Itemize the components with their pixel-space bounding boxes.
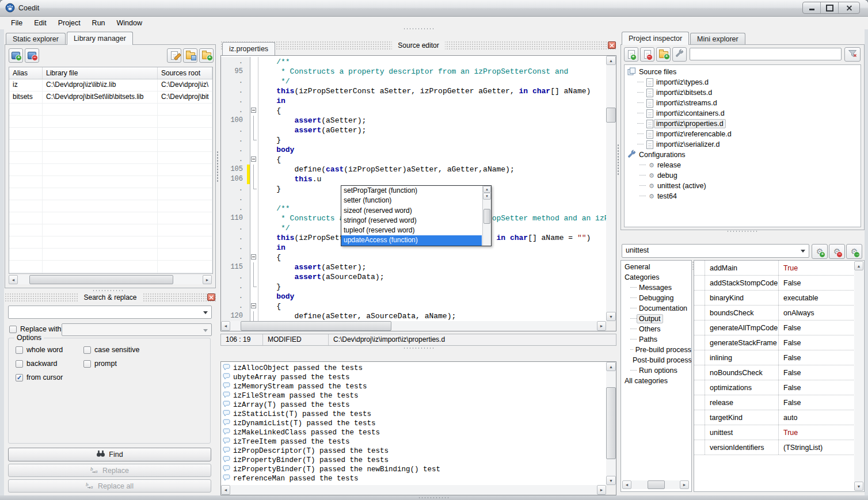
code-line[interactable]: . { — [221, 106, 606, 116]
scroll-up-icon[interactable]: ▲ — [606, 362, 616, 371]
message-row[interactable]: izArray(T) passed the tests — [221, 400, 606, 410]
message-row[interactable]: izTreeItem passed the tests — [221, 437, 606, 446]
scroll-right-icon[interactable]: ► — [203, 275, 212, 284]
message-row[interactable]: izDynamicList(T) passed the tests — [221, 419, 606, 428]
replace-with-checkbox[interactable] — [9, 326, 17, 333]
remove-library-button[interactable]: − — [25, 48, 39, 63]
code-line[interactable]: . body — [221, 145, 606, 155]
property-row[interactable]: releaseFalse — [694, 395, 855, 410]
scroll-up-icon[interactable]: ▲ — [483, 186, 491, 193]
category-post-build-process[interactable]: Post-build process — [621, 355, 691, 365]
clone-config-button[interactable]: ⚙→ — [846, 244, 862, 259]
column-header-sources-root[interactable]: Sources root — [158, 67, 212, 79]
fold-collapse-icon[interactable] — [251, 157, 256, 162]
scroll-left-icon[interactable]: ◄ — [221, 321, 230, 331]
property-row[interactable]: addMainTrue — [694, 261, 855, 276]
configuration-selector[interactable]: unittest — [622, 244, 809, 258]
right-vertical-splitter[interactable] — [617, 144, 619, 176]
table-row[interactable]: bitsetsC:\Dev\dproj\bitSet\lib\bitsets.l… — [9, 91, 212, 104]
library-table[interactable]: AliasLibrary fileSources root izC:\Dev\d… — [9, 67, 213, 274]
code-line[interactable]: . { — [221, 253, 606, 262]
replace-dropdown-icon[interactable] — [203, 329, 208, 334]
editor-vscrollbar[interactable]: ▲ ▼ — [606, 56, 616, 321]
scroll-down-icon[interactable]: ▼ — [483, 193, 491, 200]
code-line[interactable]: . in — [221, 96, 606, 106]
tree-item-config[interactable]: ⚙debug — [625, 170, 861, 181]
category-run-options[interactable]: Run options — [621, 365, 691, 376]
tree-item-file[interactable]: import\iz\serializer.d — [625, 139, 861, 150]
remove-config-button[interactable]: ⚙− — [829, 244, 845, 259]
property-row[interactable]: optimizationsFalse — [694, 380, 855, 395]
code-line[interactable]: . */ — [221, 77, 606, 86]
categories-hscrollbar[interactable]: ◄ ► — [622, 480, 689, 489]
scroll-left-icon[interactable]: ◄ — [9, 275, 18, 284]
tab-project-inspector[interactable]: Project inspector — [622, 32, 689, 45]
property-row[interactable]: generateAllTmpCodeFalse — [694, 320, 855, 335]
config-categories-tree[interactable]: GeneralCategoriesMessagesDebuggingDocume… — [620, 260, 692, 492]
completion-item-selected[interactable]: updateAccess (function) — [341, 235, 482, 245]
code-line[interactable]: . } — [221, 135, 606, 145]
property-row[interactable]: generateStackFrameFalse — [694, 335, 855, 350]
category-debugging[interactable]: Debugging — [621, 293, 691, 303]
find-button[interactable]: Find — [8, 448, 211, 461]
checkbox-prompt[interactable] — [83, 360, 91, 368]
completion-item[interactable]: stringof (reserved word) — [341, 216, 482, 226]
select-sources-root-button[interactable]: + — [199, 48, 214, 63]
code-line[interactable]: . assert(aSourceData); — [221, 272, 606, 282]
code-line[interactable]: . this(izPropSetterConst aSetter, izProp… — [221, 86, 606, 96]
library-hscrollbar[interactable]: ◄ ► — [9, 275, 212, 284]
add-configuration-button[interactable] — [672, 47, 687, 62]
category-output[interactable]: Output — [621, 314, 691, 324]
remove-source-button[interactable]: − — [640, 47, 654, 62]
code-line[interactable]: 115 assert(aSetter); — [221, 262, 606, 272]
category-all-categories[interactable]: All categories — [621, 376, 691, 386]
fold-collapse-icon[interactable] — [251, 303, 256, 308]
message-row[interactable]: izAllocObject passed the tests — [221, 364, 606, 373]
tree-root-source-files[interactable]: Source files — [625, 67, 861, 77]
bottom-splitter-handle[interactable] — [418, 497, 450, 499]
checkbox-backward[interactable] — [16, 360, 23, 368]
scroll-right-icon[interactable]: ► — [597, 485, 606, 495]
tree-item-file[interactable]: import\iz\containers.d — [625, 108, 861, 119]
replace-input[interactable] — [62, 323, 212, 336]
close-search-panel-icon[interactable] — [207, 293, 215, 301]
tree-item-config[interactable]: ⚙test64 — [625, 191, 861, 201]
column-header-alias[interactable]: Alias — [9, 67, 43, 79]
tab-mini-explorer[interactable]: Mini explorer — [690, 33, 745, 45]
property-row[interactable]: versionIdentifiers(TStringList) — [694, 440, 855, 455]
scroll-left-icon[interactable]: ◄ — [622, 480, 631, 489]
tree-item-config[interactable]: ⚙unittest (active) — [625, 181, 861, 191]
code-line[interactable]: . /** — [221, 57, 606, 67]
fold-collapse-icon[interactable] — [251, 108, 256, 113]
code-line[interactable]: 106 this.u — [221, 174, 606, 184]
checkbox-from-cursor[interactable]: ✓ — [16, 374, 23, 381]
messages-hscrollbar[interactable]: ◄ ► — [221, 485, 606, 495]
tree-item-file[interactable]: import\iz\bitsets.d — [625, 87, 861, 98]
scroll-down-icon[interactable]: ▼ — [606, 312, 616, 321]
category-paths[interactable]: Paths — [621, 334, 691, 345]
message-row[interactable]: izPropertyBinder(T) passed the newBindin… — [221, 465, 606, 474]
edit-library-button[interactable] — [167, 48, 181, 63]
scroll-right-icon[interactable]: ► — [680, 480, 689, 489]
fold-column[interactable] — [250, 253, 258, 262]
tree-item-file[interactable]: import\iz\referencable.d — [625, 129, 861, 139]
scroll-down-icon[interactable]: ▼ — [854, 482, 863, 491]
tree-item-file[interactable]: import\iz\types.d — [625, 77, 861, 87]
property-row[interactable]: unittestTrue — [694, 425, 855, 440]
tree-item-file[interactable]: import\iz\properties.d — [625, 119, 861, 129]
tab-iz-properties[interactable]: iz.properties — [222, 42, 275, 55]
close-editor-panel-icon[interactable] — [608, 41, 616, 49]
left-vertical-splitter[interactable] — [216, 151, 219, 183]
fold-column[interactable] — [250, 301, 258, 311]
menu-edit[interactable]: Edit — [28, 17, 52, 29]
menu-file[interactable]: File — [5, 17, 28, 29]
menu-window[interactable]: Window — [111, 17, 148, 29]
menu-run[interactable]: Run — [86, 17, 111, 29]
scroll-left-icon[interactable]: ◄ — [221, 485, 230, 495]
config-property-grid[interactable]: addMainTrueaddStackStompCodeFalsebinaryK… — [694, 260, 865, 492]
fold-collapse-icon[interactable] — [251, 254, 256, 259]
message-row[interactable]: izPropertyBinder(T) passed the tests — [221, 456, 606, 465]
code-line[interactable]: . assert(aGetter); — [221, 125, 606, 135]
scroll-down-icon[interactable]: ▼ — [606, 476, 616, 485]
message-row[interactable]: izMakeLinkedClass passed the tests — [221, 428, 606, 437]
